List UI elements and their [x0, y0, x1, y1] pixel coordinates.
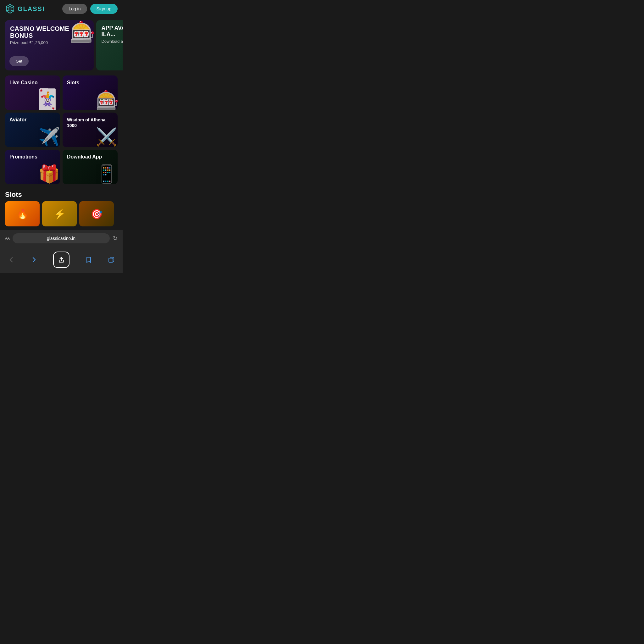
svg-rect-8 — [109, 258, 113, 262]
slots-section-title: Slots — [0, 187, 123, 201]
logo-area: GLASSI — [5, 4, 45, 14]
slots-row: 🔥 ⚡ 🎯 — [0, 201, 123, 226]
aviator-label: Aviator — [9, 117, 27, 122]
forward-button[interactable] — [28, 254, 40, 266]
aviator-icon: ✈️ — [38, 127, 60, 147]
svg-marker-1 — [8, 6, 12, 11]
banner-container: CASINO WELCOME BONUS Prize pool ₹1,25,00… — [0, 18, 123, 73]
aviator-card[interactable]: Aviator ✈️ — [5, 113, 60, 147]
promotions-card[interactable]: Promotions 🎁 — [5, 150, 60, 184]
text-size-button[interactable]: AA — [5, 236, 9, 241]
download-app-card[interactable]: Download App 📱 — [63, 150, 118, 184]
url-field[interactable]: glassicasino.in — [13, 233, 110, 243]
slot-game-3-icon: 🎯 — [79, 201, 114, 226]
header: GLASSI Log in Sign up — [0, 0, 123, 18]
tabs-button[interactable] — [105, 254, 117, 266]
app-banner-title: APP AVAILA... — [101, 25, 123, 38]
slot-game-thumb-3[interactable]: 🎯 — [79, 201, 114, 226]
download-app-icon: 📱 — [96, 164, 118, 184]
url-text: glassicasino.in — [47, 236, 75, 241]
slots-card[interactable]: Slots 🎰 — [63, 75, 118, 110]
browser-url-bar-container: AA glassicasino.in ↻ — [0, 230, 123, 247]
slots-icon: 🎰 — [96, 89, 118, 110]
casino-banner-get-button[interactable]: Get — [9, 56, 29, 66]
slot-game-thumb-2[interactable]: ⚡ — [42, 201, 77, 226]
logo-text: GLASSI — [18, 5, 45, 13]
share-button-inner — [53, 252, 69, 268]
bookmarks-button[interactable] — [83, 254, 95, 266]
app-banner[interactable]: APP AVAILA... Download a... Join — [96, 20, 123, 70]
wisdom-label: Wisdom of Athena 1000 — [67, 117, 105, 128]
header-buttons: Log in Sign up — [62, 4, 118, 14]
app-banner-subtitle: Download a... — [101, 39, 123, 44]
casino-banner[interactable]: CASINO WELCOME BONUS Prize pool ₹1,25,00… — [5, 20, 94, 70]
live-casino-label: Live Casino — [9, 80, 38, 85]
slot-machine-graphic: 🎰 — [70, 20, 94, 44]
reload-button[interactable]: ↻ — [113, 235, 118, 242]
slot-game-1-icon: 🔥 — [5, 201, 40, 226]
browser-bottom-nav — [0, 247, 123, 273]
logo-icon — [5, 4, 15, 14]
promotions-icon: 🎁 — [38, 164, 60, 184]
cards-grid: Live Casino 🃏 Slots 🎰 Aviator ✈️ Wisdom … — [0, 73, 123, 187]
share-button[interactable] — [51, 249, 72, 270]
live-casino-card[interactable]: Live Casino 🃏 — [5, 75, 60, 110]
slots-label: Slots — [67, 80, 79, 85]
wisdom-card[interactable]: Wisdom of Athena 1000 ⚔️ — [63, 113, 118, 147]
login-button[interactable]: Log in — [62, 4, 87, 14]
back-button[interactable] — [5, 254, 17, 266]
live-casino-icon: 🃏 — [35, 88, 60, 110]
slot-game-thumb-1[interactable]: 🔥 — [5, 201, 40, 226]
download-app-label: Download App — [67, 154, 102, 159]
promotions-label: Promotions — [9, 154, 37, 159]
slot-game-2-icon: ⚡ — [42, 201, 77, 226]
wisdom-icon: ⚔️ — [96, 127, 118, 147]
signup-button[interactable]: Sign up — [90, 4, 118, 14]
